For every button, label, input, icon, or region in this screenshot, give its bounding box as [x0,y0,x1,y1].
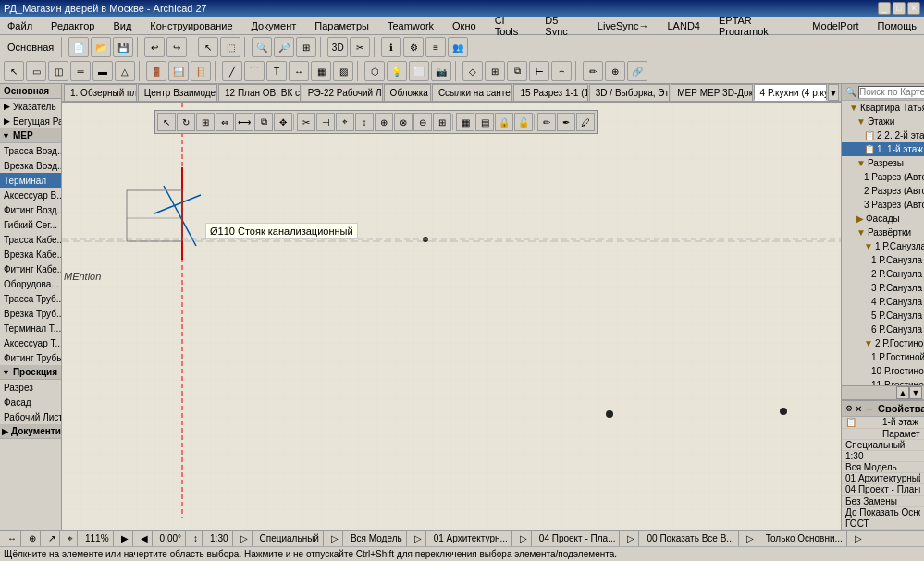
tool-trassa-vozd[interactable]: Трасса Воэд... [0,143,61,158]
tool-fiting-vozd[interactable]: Фитинг Возд... [0,202,61,217]
tab-2[interactable]: Центр Взаимодей... ✕ [138,84,217,101]
tool-fiting-truby[interactable]: Фитинг Трубы [0,350,61,365]
tb2-roof[interactable]: △ [115,61,135,81]
menu-window[interactable]: Окно [449,18,480,33]
tab-8[interactable]: 3D / Выборка, Эта... ✕ [589,84,670,101]
status-nav1[interactable]: ↔ [4,531,21,546]
scroll-down-button[interactable]: ▼ [909,386,922,399]
tb-3d[interactable]: 3D [327,37,348,57]
tree-item-razrez1[interactable]: 1 Разрез (Автомати [842,170,924,184]
status-proekt[interactable]: 04 Проект - Пла... [536,531,621,546]
status-only[interactable]: Только Основни... [762,531,847,546]
project-search-input[interactable] [858,86,924,99]
tb-pointer[interactable]: ↖ [198,37,218,57]
tree-item-10rgost[interactable]: 10 Р.гостиной (А [842,364,924,378]
tab-1[interactable]: 1. Обзерный пл... ✕ [64,84,137,101]
ft-ungroup[interactable]: ▤ [475,113,494,131]
tb2-camera[interactable]: 📷 [431,61,451,81]
tree-item-5rsanuzla[interactable]: 5 Р.Санузла (Авто [842,309,924,323]
tool-oborudova[interactable]: Оборудова... [0,276,61,291]
tb2-lamp[interactable]: 💡 [387,61,407,81]
tree-item-1rsanuzla[interactable]: 1 Р.Санузла (Авто [842,253,924,267]
tb-settings[interactable]: ⚙ [403,37,424,57]
ft-split[interactable]: ⊣ [316,113,335,131]
tool-fiting-kabe[interactable]: Фитинг Кабе... [0,262,61,276]
menu-land4[interactable]: LAND4 [663,18,703,33]
status-nav5[interactable]: ▶ [117,531,133,546]
menu-teamwork[interactable]: Teamwork [384,18,437,33]
ft-unlock[interactable]: 🔓 [514,113,533,131]
status-sep3[interactable]: ▷ [411,531,426,546]
tb2-xref[interactable]: ⊕ [605,61,625,81]
tb2-arc[interactable]: ⌒ [244,61,265,81]
tool-rabochiy-list[interactable]: Рабочий Лист [0,409,61,424]
tree-item-rgostinoy[interactable]: ▼ 2 Р.Гостиной [842,336,924,350]
ft-adj[interactable]: ⌖ [336,113,354,131]
tree-item-kvartira[interactable]: ▼ Квартира Татьяны [842,101,924,115]
tool-trassa-trub[interactable]: Трасса Труб... [0,291,61,306]
status-scale[interactable]: 1:30 [206,531,232,546]
menu-modelport[interactable]: ModelPort [808,18,862,33]
tb2-column[interactable]: ◫ [48,61,68,81]
ft-add[interactable]: ⊞ [433,113,451,131]
ft-lock[interactable]: 🔒 [495,113,513,131]
tb2-select[interactable]: ↖ [4,61,24,81]
tb2-slab[interactable]: ▬ [92,61,113,81]
tb2-curtain[interactable]: ⧉ [507,61,527,81]
tb-zoom-in[interactable]: 🔍 [252,37,272,57]
status-special[interactable]: Специальный [256,531,324,546]
tb-teamwork[interactable]: 👥 [448,37,468,57]
tool-razrez[interactable]: Разрез [0,380,61,395]
ft-offset[interactable]: ⟷ [235,113,253,131]
status-zoom[interactable]: 111% [81,531,114,546]
tree-item-razrezy[interactable]: ▼ Разрезы [842,156,924,170]
ft-join[interactable]: ⊕ [375,113,393,131]
tool-trassa-kabe[interactable]: Трасса Кабе... [0,232,61,247]
tb2-stair[interactable]: 🪜 [191,61,211,81]
scroll-up-button[interactable]: ▲ [896,386,909,399]
section-proekcia[interactable]: ▼ Проекция [0,365,61,380]
tab-3[interactable]: 12 План ОВ, ВК са... ✕ [218,84,301,101]
tb-zoom-fit[interactable]: ⊞ [296,37,316,57]
tab-9[interactable]: МЕР МЕР 3D-Докy... ✕ [671,84,752,101]
maximize-button[interactable]: □ [893,2,906,15]
menu-help[interactable]: Помощь [874,18,921,33]
drawing-canvas[interactable] [62,103,841,530]
tree-item-razrez3[interactable]: 3 Разрез (Автомати [842,198,924,212]
tb2-drawing[interactable]: ✏ [583,61,603,81]
tab-10[interactable]: 4 P.кухни (4 р.ку... ✕ [754,84,828,101]
ft-trim[interactable]: ✂ [297,113,315,131]
close-icon[interactable]: ✕ [855,404,862,414]
status-sep7[interactable]: ▷ [851,531,866,546]
ft-copy[interactable]: ⧉ [254,113,273,131]
tab-7[interactable]: 15 Разрез 1-1 (1... ✕ [513,84,587,101]
tool-vrezka-kabe[interactable]: Врезка Кабе... [0,247,61,262]
tb2-text[interactable]: T [266,61,287,81]
ft-arrow[interactable]: ↖ [157,113,176,131]
menu-file[interactable]: Файл [4,18,36,33]
tool-aksessuar-t[interactable]: Аксессуар Т... [0,335,61,350]
tab-4[interactable]: РЭ-22 Рабочий Ли... ✕ [302,84,383,101]
tb2-fill[interactable]: ▦ [311,61,331,81]
status-nav4[interactable]: ⌖ [64,531,78,546]
status-show[interactable]: 00 Показать Все В... [643,531,738,546]
section-mep[interactable]: ▼ МЕР [0,128,61,143]
tb-new[interactable]: 📄 [68,37,89,57]
minimize-icon[interactable]: ─ [866,404,872,414]
status-angle[interactable]: 0,00° [156,531,186,546]
tb2-line[interactable]: ╱ [222,61,242,81]
menu-document[interactable]: Документ [248,18,301,33]
tb2-object[interactable]: ⬡ [364,61,385,81]
status-sep1[interactable]: ▷ [237,531,253,546]
tb-save[interactable]: 💾 [113,37,133,57]
tree-item-4rsanuzla[interactable]: 4 Р.Санузла (Авто [842,295,924,309]
tb2-dim[interactable]: ↔ [289,61,309,81]
drawing-area[interactable]: ↖ ↻ ⊞ ⇔ ⟷ ⧉ ✥ ✂ ⊣ ⌖ ↕ ⊕ ⊗ ⊖ ⊞ ▦ ▤ 🔒 � [62,103,841,530]
status-sep5[interactable]: ▷ [623,531,639,546]
status-sep6[interactable]: ▷ [743,531,758,546]
tool-terminal[interactable]: Терминал [0,173,61,188]
tb2-window[interactable]: 🪟 [168,61,189,81]
tab-5[interactable]: Обложка ✕ [384,84,431,101]
tree-item-fasady[interactable]: ▶ Фасады [842,212,924,226]
tree-item-rsanuzla[interactable]: ▼ 1 Р.Санузла [842,239,924,253]
